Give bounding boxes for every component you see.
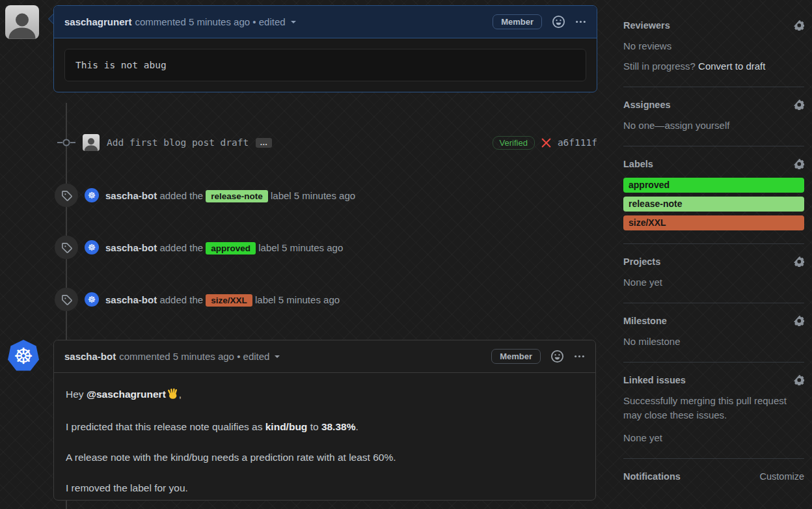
sidebar-section-reviewers: Reviewers No reviews Still in progress? … [623,0,804,87]
verified-badge[interactable]: Verified [493,136,535,150]
sidebar-section-labels: Labels approved release-note size/XXL [623,146,804,244]
assignees-title: Assignees [623,100,671,110]
gear-icon[interactable] [794,316,804,326]
sidebar-label-release-note[interactable]: release-note [623,197,804,212]
commit-author-avatar[interactable] [83,134,100,151]
label-badge[interactable]: size/XXL [206,294,252,307]
kebab-menu-button[interactable] [574,351,585,362]
sidebar-label-approved[interactable]: approved [623,178,804,193]
sidebar-section-assignees: Assignees No one—assign yourself [623,87,804,146]
comment-header: saschagrunert commented 5 minutes ago • … [54,6,597,38]
comment-meta: commented 5 minutes ago • edited [119,351,269,362]
event-time: label 5 minutes ago [258,242,343,253]
commit-expander-button[interactable]: … [256,138,272,148]
labels-title: Labels [623,159,653,169]
assignees-empty-text: No one— [623,120,664,131]
event-actor-link[interactable]: sascha-bot [105,294,157,305]
still-in-progress-text: Still in progress? [623,61,698,72]
label-event-row: ☸ sascha-bot added the size/XXL label 5 … [55,288,597,311]
edited-dropdown-caret-icon[interactable] [291,21,296,26]
sidebar-section-linked-issues: Linked issues Successfully merging this … [623,363,804,459]
emoji-reaction-button[interactable] [552,16,565,28]
avatar-sascha-bot[interactable]: ☸ [7,340,40,372]
label-event-row: ☸ sascha-bot added the approved label 5 … [55,236,597,259]
comment-header: sascha-bot commented 5 minutes ago • edi… [54,340,595,373]
comment-paragraph: I removed the label for you. [66,481,584,495]
event-text: added the [159,242,203,253]
tag-icon [55,288,78,311]
tag-icon [55,184,78,207]
git-commit-icon [57,138,75,147]
comment-body: Hey @saschagrunert, I predicted that thi… [54,373,595,495]
milestone-empty-text: No milestone [623,335,804,349]
gear-icon[interactable] [794,100,804,110]
reviewers-title: Reviewers [623,20,670,31]
event-time: label 5 minutes ago [271,190,355,201]
reviewers-empty-text: No reviews [623,39,804,53]
label-badge[interactable]: release-note [206,190,268,202]
linked-issues-title: Linked issues [623,375,686,385]
comment-saschagrunert: saschagrunert commented 5 minutes ago • … [53,5,597,92]
milestone-title: Milestone [623,316,667,326]
sidebar-label-size-xxl[interactable]: size/XXL [623,215,804,230]
tag-icon [55,236,78,259]
commit-message-link[interactable]: Add first blog post draft [107,137,249,148]
event-text: added the [159,294,203,305]
commit-sha-link[interactable]: a6f111f [558,137,597,148]
projects-title: Projects [623,256,660,267]
sidebar-section-projects: Projects None yet [623,244,804,303]
kubernetes-bot-avatar[interactable]: ☸ [85,240,99,255]
label-event-row: ☸ sascha-bot added the release-note labe… [55,184,597,207]
comment-paragraph: Hey @saschagrunert, [66,387,584,404]
code-block: This is not abug [64,49,586,81]
member-badge: Member [491,349,541,364]
sidebar: Reviewers No reviews Still in progress? … [623,0,804,495]
emoji-reaction-button[interactable] [551,350,563,363]
commit-event-row: Add first blog post draft … Verified a6f… [55,134,597,151]
status-failed-icon[interactable] [541,137,552,148]
convert-to-draft-link[interactable]: Convert to draft [698,61,765,72]
comment-meta: commented 5 minutes ago • edited [135,16,285,27]
sidebar-section-milestone: Milestone No milestone [623,303,804,363]
label-badge[interactable]: approved [206,242,256,255]
customize-link[interactable]: Customize [760,471,805,482]
kubernetes-bot-avatar[interactable]: ☸ [85,292,99,307]
kubernetes-bot-avatar[interactable]: ☸ [85,188,99,202]
wave-emoji-icon [167,388,179,404]
projects-empty-text: None yet [623,275,804,290]
comment-author-link[interactable]: sascha-bot [64,351,116,362]
member-badge: Member [493,14,542,29]
gear-icon[interactable] [794,375,804,385]
event-actor-link[interactable]: sascha-bot [105,190,157,201]
linked-issues-empty-text: None yet [623,431,804,445]
comment-sascha-bot: sascha-bot commented 5 minutes ago • edi… [53,340,596,501]
assign-yourself-link[interactable]: assign yourself [664,120,729,131]
sidebar-section-notifications: Notifications Customize [623,459,804,495]
edited-dropdown-caret-icon[interactable] [275,355,280,361]
event-actor-link[interactable]: sascha-bot [105,242,157,253]
gear-icon[interactable] [794,256,804,267]
event-time: label 5 minutes ago [255,294,340,305]
avatar-saschagrunert[interactable] [5,5,39,39]
event-text: added the [159,190,203,201]
gear-icon[interactable] [794,20,804,31]
linked-issues-description: Successfully merging this pull request m… [623,394,804,422]
comment-body: This is not abug [54,49,597,81]
mention-link[interactable]: @saschagrunert [87,389,166,400]
kebab-menu-button[interactable] [575,16,586,27]
comment-author-link[interactable]: saschagrunert [64,16,131,27]
person-avatar-icon [5,9,39,39]
gear-icon[interactable] [794,159,804,169]
comment-paragraph: A release note with the kind/bug needs a… [66,450,584,465]
comment-paragraph: I predicted that this release note quali… [66,420,584,434]
notifications-title: Notifications [623,471,681,482]
